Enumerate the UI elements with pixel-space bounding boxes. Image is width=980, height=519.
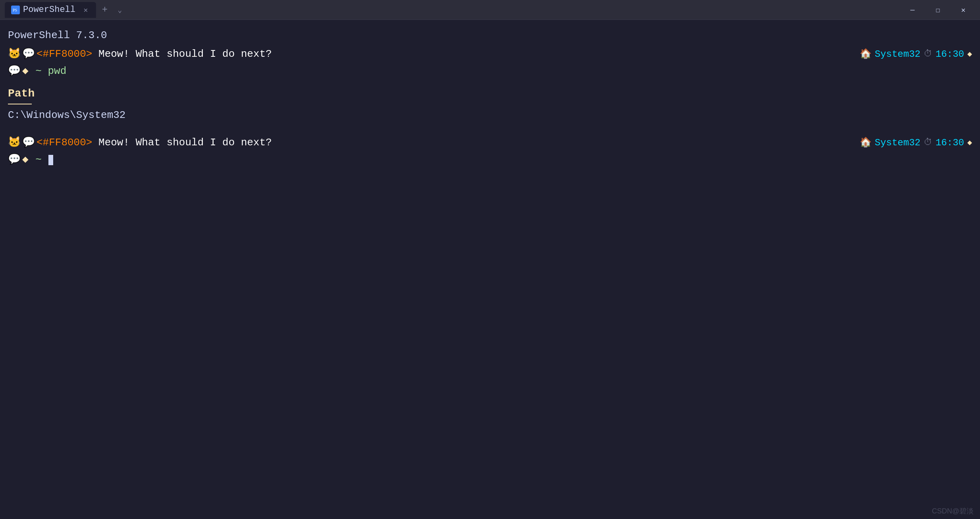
clock-icon-2: ⏱ [924, 136, 932, 149]
minimize-button[interactable]: — [901, 3, 924, 17]
cursor [48, 155, 53, 165]
cat-icon: 🐱 [8, 46, 21, 62]
chat-icon-input-1: 💬 [8, 64, 21, 79]
diamond-input-2: ◆ [22, 152, 29, 168]
prompt-right-2: 🏠 System32 ⏱ 16:30 ◆ [860, 136, 972, 150]
maximize-button[interactable]: ☐ [926, 3, 950, 17]
window-controls: — ☐ ✕ [901, 3, 975, 17]
titlebar: PS PowerShell ✕ + ⌄ — ☐ ✕ [0, 0, 980, 20]
command-text: pwd [48, 64, 66, 79]
prompt-message-1: Meow! What should I do next? [92, 46, 271, 62]
close-button[interactable]: ✕ [951, 3, 975, 17]
terminal-body[interactable]: PowerShell 7.3.0 🐱 💬 <#FF8000> Meow! Wha… [0, 20, 980, 519]
watermark: CSDN@碧淡 [932, 506, 974, 516]
home-icon-2: 🏠 [860, 136, 872, 150]
tilde-1: ~ [29, 64, 48, 79]
prompt-line-2: 🐱 💬 <#FF8000> Meow! What should I do nex… [8, 135, 972, 150]
tab-area: PS PowerShell ✕ + ⌄ [5, 2, 901, 18]
time-1: 16:30 [936, 47, 964, 62]
time-2: 16:30 [936, 136, 964, 150]
path-divider [8, 104, 32, 104]
powershell-window: PS PowerShell ✕ + ⌄ — ☐ ✕ PowerShell 7.3… [0, 0, 980, 519]
input-line-2: 💬 ◆ ~ [8, 152, 972, 168]
path-header: Path [8, 85, 972, 102]
chat-icon-2: 💬 [22, 135, 35, 150]
cat-icon-2: 🐱 [8, 135, 21, 150]
tab-icon: PS [11, 6, 20, 14]
prompt-prefix-1: <#FF8000> [37, 46, 92, 62]
prompt-right-1: 🏠 System32 ⏱ 16:30 ◆ [860, 47, 972, 62]
tab-close-button[interactable]: ✕ [82, 6, 90, 14]
version-text: PowerShell 7.3.0 [8, 29, 107, 41]
clock-icon-1: ⏱ [924, 48, 932, 61]
diamond-icon-1: ◆ [967, 48, 972, 60]
tilde-2: ~ [29, 152, 48, 168]
prompt-prefix-2: <#FF8000> [37, 135, 92, 150]
prompt-line-1: 🐱 💬 <#FF8000> Meow! What should I do nex… [8, 46, 972, 62]
prompt-message-2: Meow! What should I do next? [92, 135, 271, 150]
chat-icon-input-2: 💬 [8, 152, 21, 168]
tab-title: PowerShell [23, 5, 75, 15]
version-line: PowerShell 7.3.0 [8, 28, 972, 43]
diamond-icon-2: ◆ [967, 137, 972, 149]
system-label-2: System32 [875, 136, 920, 150]
tab-dropdown-button[interactable]: ⌄ [113, 3, 127, 17]
diamond-input-1: ◆ [22, 64, 29, 79]
chat-icon-1: 💬 [22, 46, 35, 62]
input-line-1: 💬 ◆ ~ pwd [8, 64, 972, 79]
home-icon-1: 🏠 [860, 47, 872, 62]
svg-text:PS: PS [13, 8, 17, 12]
system-label-1: System32 [875, 47, 920, 62]
new-tab-button[interactable]: + [98, 3, 112, 17]
path-value: C:\Windows\System32 [8, 108, 972, 123]
path-section: Path C:\Windows\System32 [8, 85, 972, 123]
spacer [8, 129, 972, 135]
powershell-tab[interactable]: PS PowerShell ✕ [5, 2, 96, 18]
